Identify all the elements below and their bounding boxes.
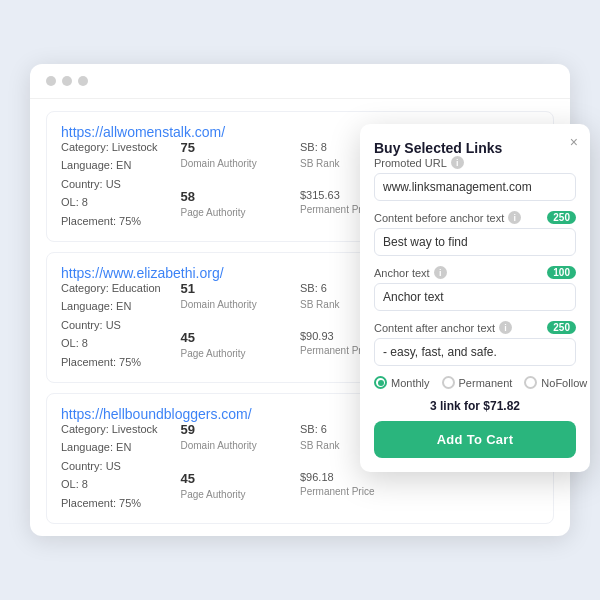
promoted-url-group: Promoted URL i	[374, 156, 576, 201]
content-before-input[interactable]	[374, 228, 576, 256]
browser-dot-2	[62, 76, 72, 86]
da-col-3: 59 Domain Authority 45 Page Authority	[181, 422, 301, 511]
ol-1: OL: 8	[61, 195, 181, 210]
content-before-label: Content before anchor text	[374, 212, 504, 224]
pa-value-1: 58	[181, 189, 301, 204]
promoted-url-label-row: Promoted URL i	[374, 156, 576, 169]
anchor-label-row: Anchor text i 100	[374, 266, 576, 279]
add-to-cart-button[interactable]: Add To Cart	[374, 421, 576, 458]
radio-dot-monthly	[374, 376, 387, 389]
da-col-1: 75 Domain Authority 58 Page Authority	[181, 140, 301, 229]
category-2: Category: Education	[61, 281, 181, 296]
content-after-group: Content after anchor text i 250	[374, 321, 576, 366]
close-button[interactable]: ×	[570, 134, 578, 150]
country-2: Country: US	[61, 318, 181, 333]
content-after-label-row: Content after anchor text i 250	[374, 321, 576, 334]
cart-summary: 3 link for $71.82	[374, 399, 576, 413]
category-1: Category: Livestock	[61, 140, 181, 155]
ol-3: OL: 8	[61, 477, 181, 492]
radio-permanent[interactable]: Permanent	[442, 376, 513, 389]
anchor-label: Anchor text	[374, 267, 430, 279]
radio-monthly[interactable]: Monthly	[374, 376, 430, 389]
category-3: Category: Livestock	[61, 422, 181, 437]
site-meta-col-3: Category: Livestock Language: EN Country…	[61, 422, 181, 511]
radio-dot-nofollow	[524, 376, 537, 389]
language-3: Language: EN	[61, 440, 181, 455]
perm-price-3: $96.18	[300, 471, 420, 483]
content-after-info-icon: i	[499, 321, 512, 334]
site-url-3[interactable]: https://hellboundbloggers.com/	[61, 406, 252, 422]
pa-value-2: 45	[181, 330, 301, 345]
country-3: Country: US	[61, 459, 181, 474]
buy-links-panel: Buy Selected Links × Promoted URL i Cont…	[360, 124, 590, 472]
pa-label-2: Page Authority	[181, 348, 301, 359]
da-label-1: Domain Authority	[181, 158, 301, 169]
content-before-label-row: Content before anchor text i 250	[374, 211, 576, 224]
da-value-3: 59	[181, 422, 301, 437]
site-meta-col-2: Category: Education Language: EN Country…	[61, 281, 181, 370]
anchor-info-icon: i	[434, 266, 447, 279]
pricing-type-radio-group: Monthly Permanent NoFollow	[374, 376, 576, 389]
radio-nofollow[interactable]: NoFollow	[524, 376, 587, 389]
anchor-group: Anchor text i 100	[374, 266, 576, 311]
promoted-url-label: Promoted URL	[374, 157, 447, 169]
site-meta-col-1: Category: Livestock Language: EN Country…	[61, 140, 181, 229]
pa-value-3: 45	[181, 471, 301, 486]
radio-monthly-label: Monthly	[391, 377, 430, 389]
content-before-group: Content before anchor text i 250	[374, 211, 576, 256]
da-value-1: 75	[181, 140, 301, 155]
ol-2: OL: 8	[61, 336, 181, 351]
content-before-badge: 250	[547, 211, 576, 224]
language-1: Language: EN	[61, 158, 181, 173]
placement-2: Placement: 75%	[61, 355, 181, 370]
radio-dot-permanent	[442, 376, 455, 389]
browser-dot-3	[78, 76, 88, 86]
language-2: Language: EN	[61, 299, 181, 314]
da-value-2: 51	[181, 281, 301, 296]
promoted-url-input[interactable]	[374, 173, 576, 201]
pa-label-1: Page Authority	[181, 207, 301, 218]
country-1: Country: US	[61, 177, 181, 192]
site-url-1[interactable]: https://allwomenstalk.com/	[61, 124, 225, 140]
radio-permanent-label: Permanent	[459, 377, 513, 389]
anchor-input[interactable]	[374, 283, 576, 311]
browser-dot-1	[46, 76, 56, 86]
da-label-3: Domain Authority	[181, 440, 301, 451]
perm-label-3: Permanent Price	[300, 486, 420, 497]
promoted-url-info-icon: i	[451, 156, 464, 169]
anchor-badge: 100	[547, 266, 576, 279]
panel-title: Buy Selected Links	[374, 140, 502, 156]
da-label-2: Domain Authority	[181, 299, 301, 310]
da-col-2: 51 Domain Authority 45 Page Authority	[181, 281, 301, 370]
browser-window: https://allwomenstalk.com/ Category: Liv…	[30, 64, 570, 536]
browser-bar	[30, 64, 570, 99]
site-url-2[interactable]: https://www.elizabethi.org/	[61, 265, 224, 281]
radio-nofollow-label: NoFollow	[541, 377, 587, 389]
content-before-info-icon: i	[508, 211, 521, 224]
content-after-input[interactable]	[374, 338, 576, 366]
content-after-label: Content after anchor text	[374, 322, 495, 334]
placement-3: Placement: 75%	[61, 496, 181, 511]
pa-label-3: Page Authority	[181, 489, 301, 500]
placement-1: Placement: 75%	[61, 214, 181, 229]
content-after-badge: 250	[547, 321, 576, 334]
